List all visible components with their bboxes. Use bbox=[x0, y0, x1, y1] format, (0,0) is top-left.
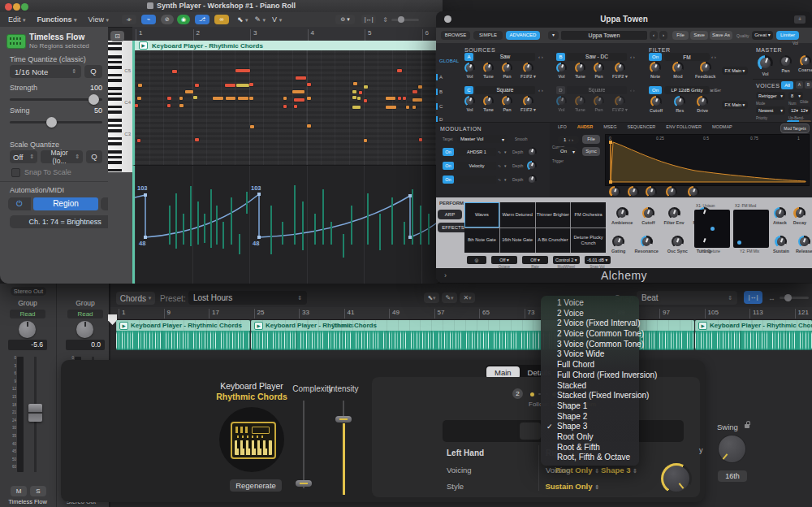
knob-vol[interactable]: Vol bbox=[556, 63, 567, 79]
preset-field[interactable]: Lost Hours⇕ bbox=[188, 291, 307, 305]
midi-note[interactable] bbox=[172, 70, 177, 73]
context-menu-item[interactable]: Shape 1 bbox=[541, 401, 639, 412]
quantize-apply-button[interactable]: Q bbox=[84, 65, 102, 78]
bend-down-select[interactable]: 12▾ bbox=[798, 106, 810, 115]
menu-view[interactable]: View ▾ bbox=[89, 15, 109, 24]
context-menu-item[interactable]: Shape 2 bbox=[541, 412, 639, 422]
region-play-icon[interactable]: ▶ bbox=[698, 322, 707, 330]
tab-advanced[interactable]: ADVANCED bbox=[506, 31, 540, 40]
mod-curve-icon[interactable]: ∿ bbox=[498, 163, 501, 168]
midi-note[interactable] bbox=[364, 85, 368, 89]
knob-note[interactable]: Note bbox=[650, 62, 661, 79]
piano-roll-ruler[interactable]: 123456 bbox=[132, 27, 443, 41]
velocity-tool[interactable]: V ▾ bbox=[272, 15, 282, 24]
midi-note[interactable] bbox=[236, 84, 249, 87]
player-avatar[interactable] bbox=[219, 407, 284, 472]
midi-note[interactable] bbox=[352, 90, 356, 93]
source-name-select[interactable]: Saw bbox=[475, 53, 535, 61]
snap-to-scale-checkbox[interactable] bbox=[11, 168, 20, 177]
midi-note[interactable] bbox=[353, 82, 357, 85]
snapshot-8th-note-gate[interactable]: 8th Note Gate bbox=[464, 228, 499, 254]
automation-mode-button[interactable]: Region bbox=[33, 197, 98, 210]
midi-note[interactable] bbox=[296, 76, 306, 80]
black-key[interactable] bbox=[108, 47, 122, 50]
midi-note[interactable] bbox=[249, 83, 253, 86]
mod-curve-icon[interactable]: ∿ bbox=[498, 150, 501, 154]
strength-value[interactable]: 100 bbox=[78, 84, 102, 92]
swing-value[interactable]: 50 bbox=[78, 106, 102, 115]
control-value[interactable]: Off ▾ bbox=[522, 256, 548, 264]
pointer-tool[interactable]: ⬉▾ bbox=[424, 292, 439, 303]
automation-power-button[interactable]: ⏻ bbox=[8, 197, 31, 210]
black-key[interactable] bbox=[108, 169, 122, 172]
mod-curve-icon[interactable]: ∿ bbox=[498, 177, 501, 182]
swing-rate-button[interactable]: 16th bbox=[718, 470, 747, 482]
black-key[interactable] bbox=[108, 119, 122, 122]
knob-gating[interactable]: Gating bbox=[611, 236, 625, 254]
intensity-handle[interactable] bbox=[335, 416, 352, 422]
pointer-tool[interactable]: ⬉ ▾ bbox=[237, 15, 248, 24]
midi-note[interactable] bbox=[352, 106, 361, 109]
midi-note[interactable] bbox=[137, 97, 141, 100]
context-menu-item[interactable]: 3 Voice Wide bbox=[541, 349, 639, 360]
env-tab-mseg[interactable]: MSEG bbox=[603, 124, 616, 129]
group-slot[interactable]: Group bbox=[6, 299, 49, 307]
midi-note[interactable] bbox=[357, 97, 361, 100]
env-file-button[interactable]: File bbox=[582, 135, 600, 144]
midi-note[interactable] bbox=[283, 97, 287, 100]
mod-on-button[interactable]: On bbox=[443, 176, 454, 184]
volume-readout[interactable]: -5.6 bbox=[8, 340, 47, 350]
knob-release[interactable]: Release bbox=[796, 236, 812, 254]
midi-note[interactable] bbox=[292, 90, 304, 93]
knob-filter-env[interactable]: Filter Env bbox=[663, 207, 684, 225]
split-tool-icon[interactable]: ⟛ bbox=[122, 15, 136, 24]
zoom-slider[interactable] bbox=[391, 19, 419, 21]
env-tab-ahdsr[interactable]: AHDSR bbox=[577, 124, 594, 129]
scale-mode-select[interactable]: Major (Io...⇕ bbox=[41, 150, 83, 163]
snapshot-control-modwheel[interactable]: Control 2 ▾ModWheel bbox=[553, 256, 580, 264]
knob-tune[interactable]: Tune bbox=[483, 63, 494, 79]
filter1-arrows[interactable]: ‹ › bbox=[711, 54, 716, 59]
swing-knob[interactable] bbox=[719, 436, 745, 462]
solo-button[interactable]: S bbox=[30, 486, 46, 496]
knob-tune[interactable]: Tune bbox=[575, 96, 585, 112]
midi-note[interactable] bbox=[235, 69, 250, 72]
midi-note[interactable] bbox=[352, 96, 356, 99]
xy-pad-1[interactable] bbox=[694, 210, 730, 248]
midi-note[interactable] bbox=[193, 96, 197, 99]
snapshot-a-bit-crunchier[interactable]: A Bit Crunchier bbox=[536, 228, 571, 254]
group-slot[interactable]: Group bbox=[64, 299, 106, 307]
mod-source-select[interactable]: AHDSR 1 bbox=[457, 148, 496, 156]
midi-note[interactable] bbox=[185, 90, 193, 93]
knob-cutoff[interactable]: Cutoff bbox=[641, 207, 654, 225]
context-menu-item[interactable]: Shape 3✓ bbox=[541, 422, 639, 432]
knob-coarse[interactable]: Coarse bbox=[798, 55, 812, 72]
midi-note[interactable] bbox=[364, 99, 367, 102]
midi-note[interactable] bbox=[359, 91, 362, 94]
mod-menu-icon[interactable]: ▾ bbox=[504, 177, 507, 182]
tab-arp[interactable]: ARP bbox=[438, 210, 462, 219]
voices-all-button[interactable]: All bbox=[781, 81, 793, 89]
midi-note[interactable] bbox=[294, 105, 297, 108]
snapshot-waves[interactable]: Waves bbox=[464, 202, 499, 228]
env-tab-lfo[interactable]: LFO bbox=[558, 124, 567, 129]
black-key[interactable] bbox=[108, 79, 122, 82]
knob-vol[interactable]: Vol bbox=[758, 55, 773, 76]
black-key[interactable] bbox=[108, 142, 122, 145]
context-menu-item[interactable]: 1 Voice bbox=[541, 298, 639, 309]
black-key[interactable] bbox=[108, 55, 122, 58]
midi-note[interactable] bbox=[179, 104, 184, 107]
voices-a-button[interactable]: A bbox=[796, 81, 803, 89]
next-preset-icon[interactable]: › bbox=[659, 31, 667, 40]
snapshot-detune-plucky-crunch[interactable]: Detune Plucky Crunch bbox=[571, 228, 606, 254]
region-play-icon[interactable]: ▶ bbox=[254, 322, 263, 330]
mod-menu-icon[interactable]: ▾ bbox=[504, 163, 507, 168]
chords-track-button[interactable]: Chords ▾ bbox=[116, 292, 155, 305]
midi-note[interactable] bbox=[135, 104, 138, 107]
rail-item-b[interactable]: B bbox=[439, 89, 443, 94]
snapshot-warm-detuned[interactable]: Warm Detuned bbox=[500, 202, 535, 228]
env-trigger-select[interactable]: On▾ bbox=[558, 147, 577, 155]
midi-note[interactable] bbox=[307, 83, 311, 86]
midi-note[interactable] bbox=[398, 97, 401, 100]
midi-out-icon[interactable]: ⎇ bbox=[195, 15, 209, 24]
